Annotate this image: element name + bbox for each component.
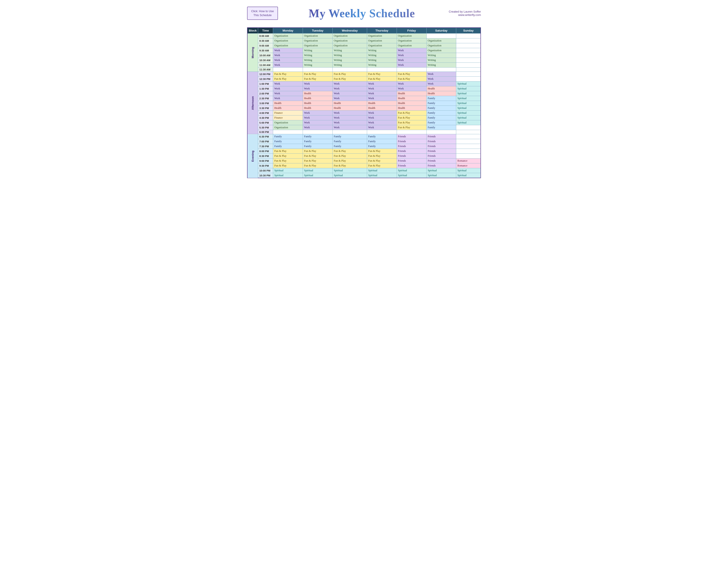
cell-fri-3-30-pm: Health	[397, 106, 426, 111]
cell-tue-9-30-am: Writing	[303, 48, 333, 53]
cell-sat-2-00-pm: Health	[426, 91, 456, 96]
cell-fri-2-00-pm: Health	[397, 91, 426, 96]
cell-fri-10-30-am: Work	[397, 58, 426, 63]
wednesday-header: Wednesday	[333, 28, 367, 34]
cell-sat-9-30-pm: Friends	[426, 163, 456, 168]
time-cell: 1:30 PM	[258, 86, 273, 91]
table-row: 11:00 AMWorkWritingWritingWritingWorkWri…	[247, 63, 481, 68]
cell-wed-10-00-am: Writing	[333, 53, 367, 58]
cell-sat-8-00-am	[426, 34, 456, 38]
time-cell: 10:30 AM	[258, 58, 273, 63]
time-cell: 4:00 PM	[258, 111, 273, 115]
cell-fri-9-00-pm: Friends	[397, 158, 426, 163]
cell-sun-12-30-pm	[456, 77, 481, 81]
cell-mon-8-30-am: Organization	[273, 38, 303, 43]
cell-thu-5-30-pm: Work	[367, 125, 397, 130]
table-row: 8:30 AMOrganizationOrganizationOrganizat…	[247, 38, 481, 43]
table-row: 6:00 PM	[247, 130, 481, 134]
cell-sat-9-00-am: Organization	[426, 43, 456, 48]
cell-sun-9-00-am	[456, 43, 481, 48]
cell-sun-2-30-pm: Spiritual	[456, 96, 481, 101]
cell-thu-6-00-pm	[367, 130, 397, 134]
cell-mon-7-30-pm: Family	[273, 144, 303, 149]
cell-mon-2-30-pm: Work	[273, 96, 303, 101]
table-row: 4:30 PMFinanceWorkWorkWorkFun & PlayFami…	[247, 115, 481, 120]
cell-sat-9-30-am: Organization	[426, 48, 456, 53]
cell-fri-5-30-pm: Fun & Play	[397, 125, 426, 130]
table-row: 3:30 PMHealthHealthHealthHealthHealthFam…	[247, 106, 481, 111]
time-cell: 9:30 AM	[258, 48, 273, 53]
cell-thu-10-30-pm: Spiritual	[367, 173, 397, 178]
cell-sat-8-30-am: Organization	[426, 38, 456, 43]
cell-fri-1-00-pm: Work	[397, 81, 426, 86]
cell-sun-7-30-pm	[456, 144, 481, 149]
table-row: 8:30 PMFun & PlayFun & PlayFun & PlayFun…	[247, 154, 481, 158]
cell-thu-8-00-pm: Fun & Play	[367, 149, 397, 154]
cell-mon-5-30-pm: Organization	[273, 125, 303, 130]
cell-sun-10-30-am	[456, 58, 481, 63]
cell-thu-11-30-am	[367, 68, 397, 72]
cell-sat-1-30-pm: Health	[426, 86, 456, 91]
block-label-afternoon: Afternoon	[247, 72, 258, 134]
cell-thu-10-00-am: Writing	[367, 53, 397, 58]
thursday-header: Thursday	[367, 28, 397, 34]
cell-sat-5-30-pm: Family	[426, 125, 456, 130]
time-cell: 7:00 PM	[258, 139, 273, 144]
how-to-use-button[interactable]: Click: How to UseThis Schedule	[247, 7, 278, 20]
time-cell: 3:00 PM	[258, 101, 273, 106]
cell-mon-8-30-pm: Fun & Play	[273, 154, 303, 158]
block-label-morning: Morning	[247, 34, 258, 72]
cell-mon-9-00-pm: Fun & Play	[273, 158, 303, 163]
cell-sat-11-00-am: Writing	[426, 63, 456, 68]
time-cell: 6:30 PM	[258, 134, 273, 139]
cell-sat-4-30-pm: Family	[426, 115, 456, 120]
cell-mon-8-00-pm: Fun & Play	[273, 149, 303, 154]
cell-tue-9-30-pm: Fun & Play	[303, 163, 333, 168]
cell-sun-6-00-pm	[456, 130, 481, 134]
cell-mon-10-00-am: Work	[273, 53, 303, 58]
cell-thu-7-00-pm: Family	[367, 139, 397, 144]
cell-sun-5-00-pm: Spiritual	[456, 120, 481, 125]
cell-sat-3-30-pm: Family	[426, 106, 456, 111]
time-cell: 10:00 AM	[258, 53, 273, 58]
cell-sat-10-00-pm: Spiritual	[426, 168, 456, 173]
cell-wed-8-00-am: Organization	[333, 34, 367, 38]
cell-fri-6-30-pm: Friends	[397, 134, 426, 139]
cell-sun-4-30-pm: Spiritual	[456, 115, 481, 120]
cell-thu-1-30-pm: Work	[367, 86, 397, 91]
cell-sat-10-30-am: Writing	[426, 58, 456, 63]
cell-sun-3-00-pm: Spiritual	[456, 101, 481, 106]
cell-sun-4-00-pm: Spiritual	[456, 111, 481, 115]
cell-wed-6-30-pm: Family	[333, 134, 367, 139]
cell-sat-6-30-pm: Friends	[426, 134, 456, 139]
block-column-header: Block	[247, 28, 258, 34]
cell-sun-11-00-am	[456, 63, 481, 68]
cell-fri-4-30-pm: Fun & Play	[397, 115, 426, 120]
cell-tue-3-00-pm: Health	[303, 101, 333, 106]
cell-sun-7-00-pm	[456, 139, 481, 144]
cell-sun-9-00-pm: Romance	[456, 158, 481, 163]
cell-wed-4-00-pm: Work	[333, 111, 367, 115]
cell-fri-9-30-pm: Friends	[397, 163, 426, 168]
cell-thu-3-30-pm: Health	[367, 106, 397, 111]
table-row: 5:30 PMOrganizationWorkWorkWorkFun & Pla…	[247, 125, 481, 130]
time-cell: 2:30 PM	[258, 96, 273, 101]
cell-sat-9-00-pm: Friends	[426, 158, 456, 163]
table-row: 3:00 PMHealthHealthHealthHealthHealthFam…	[247, 101, 481, 106]
cell-thu-4-00-pm: Work	[367, 111, 397, 115]
cell-sat-2-30-pm: Family	[426, 96, 456, 101]
cell-sat-1-00-pm: Work	[426, 81, 456, 86]
table-row: 10:00 PMSpiritualSpiritualSpiritualSpiri…	[247, 168, 481, 173]
cell-sun-10-00-am	[456, 53, 481, 58]
cell-fri-10-00-pm: Spiritual	[397, 168, 426, 173]
cell-tue-1-00-pm: Work	[303, 81, 333, 86]
cell-thu-10-30-am: Writing	[367, 58, 397, 63]
cell-fri-8-00-am: Organization	[397, 34, 426, 38]
credit-info: Created by Lauren Soffer www.writerfly.c…	[446, 10, 481, 17]
cell-mon-8-00-am: Organization	[273, 34, 303, 38]
cell-sun-3-30-pm: Spiritual	[456, 106, 481, 111]
table-row: 1:00 PMWorkWorkWorkWorkWorkWorkSpiritual	[247, 81, 481, 86]
cell-wed-6-00-pm	[333, 130, 367, 134]
cell-thu-6-30-pm: Family	[367, 134, 397, 139]
table-row: Evening6:30 PMFamilyFamilyFamilyFamilyFr…	[247, 134, 481, 139]
